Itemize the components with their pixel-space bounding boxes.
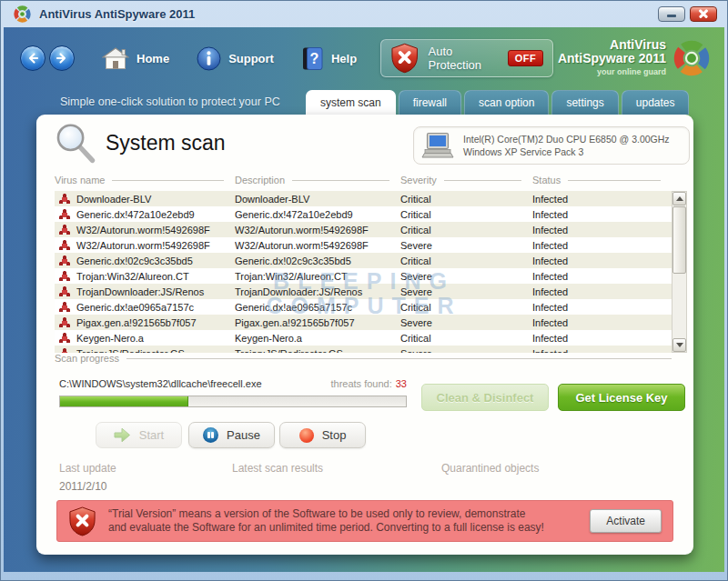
stop-icon <box>299 428 314 443</box>
scroll-up-button[interactable] <box>672 192 686 205</box>
cell-severity: Severe <box>400 286 532 297</box>
table-row[interactable]: W32/Autorun.worm!5492698F W32/Autorun.wo… <box>55 237 672 253</box>
cell-description: Generic.dx!ae0965a7157c <box>235 302 400 313</box>
virus-icon <box>59 194 70 205</box>
clean-disinfect-button[interactable]: Clean & Disinfect <box>421 384 549 411</box>
virus-table: Downloader-BLV Downloader-BLV Critical I… <box>55 191 687 353</box>
cell-description: Generic.dx!02c9c3c35bd5 <box>235 255 400 266</box>
scrollbar-thumb[interactable] <box>672 206 686 274</box>
table-row[interactable]: TrojanDownloader:JS/Renos TrojanDownload… <box>55 284 672 299</box>
table-row[interactable]: Generic.dx!472a10e2ebd9 Generic.dx!472a1… <box>55 206 672 222</box>
close-button[interactable] <box>690 6 717 22</box>
scrollbar[interactable] <box>672 191 687 353</box>
start-arrow-icon <box>114 427 131 443</box>
forward-button[interactable] <box>49 45 75 71</box>
current-file-path: C:\WINDOWS\system32\dllcache\freecell.ex… <box>59 378 262 389</box>
arrow-down-icon <box>676 343 683 347</box>
cell-severity: Critical <box>400 302 532 313</box>
shield-off-icon <box>390 43 419 74</box>
tab-label: settings <box>566 96 603 109</box>
table-row[interactable]: Downloader-BLV Downloader-BLV Critical I… <box>55 191 672 206</box>
threats-found: threats found:33 <box>330 378 407 389</box>
system-info-line1: Intel(R) Core(TM)2 Duo CPU E6850 @ 3.00G… <box>463 133 670 145</box>
latest-scan-results-label: Latest scan results <box>232 462 323 475</box>
home-icon <box>102 47 129 70</box>
auto-protection-state-badge[interactable]: OFF <box>508 50 544 66</box>
nav-bar: Home Support ? Hel <box>4 35 724 82</box>
tab[interactable]: scan option <box>464 90 549 115</box>
stop-button-label: Stop <box>322 428 347 442</box>
quarantined-objects-label: Quarantined objects <box>441 462 539 475</box>
svg-text:?: ? <box>310 51 319 66</box>
cell-virus-name: Pigax.gen.a!921565b7f057 <box>55 317 235 328</box>
pause-button[interactable]: Pause <box>188 422 275 448</box>
tab[interactable]: settings <box>551 90 618 115</box>
virus-icon <box>59 209 70 220</box>
cell-virus-name: Trojan:Win32/Alureon.CT <box>55 271 235 282</box>
virus-icon <box>59 240 70 251</box>
activate-button[interactable]: Activate <box>590 509 662 533</box>
back-button[interactable] <box>20 45 46 71</box>
last-update-value: 2011/2/10 <box>59 480 107 493</box>
stop-button[interactable]: Stop <box>279 422 366 448</box>
cell-virus-name: Generic.dx!472a10e2ebd9 <box>55 209 235 220</box>
table-row[interactable]: Pigax.gen.a!921565b7f057 Pigax.gen.a!921… <box>55 315 672 330</box>
table-row[interactable]: Trojan:JS/Redirector.GS Trojan:JS/Redire… <box>55 346 672 353</box>
forward-arrow-icon <box>56 52 68 65</box>
cell-severity: Critical <box>400 209 532 220</box>
nav-home[interactable]: Home <box>102 47 169 70</box>
virus-icon <box>59 271 70 282</box>
nav-support[interactable]: Support <box>197 46 274 71</box>
tab[interactable]: updates <box>622 90 690 115</box>
cell-severity: Critical <box>400 333 532 344</box>
app-window: AntiVirus AntiSpyware 2011 <box>0 0 728 581</box>
cell-severity: Severe <box>400 271 532 282</box>
cell-status: Infected <box>532 194 672 205</box>
cell-status: Infected <box>532 209 672 220</box>
minimize-button[interactable] <box>658 6 685 22</box>
help-book-icon: ? <box>301 46 324 71</box>
cell-status: Infected <box>532 333 672 344</box>
table-row[interactable]: Generic.dx!02c9c3c35bd5 Generic.dx!02c9c… <box>55 253 672 268</box>
start-button[interactable]: Start <box>96 422 182 448</box>
cell-status: Infected <box>532 317 672 328</box>
scan-progress-section: Scan progress <box>55 353 672 364</box>
virus-icon <box>59 286 70 297</box>
start-button-label: Start <box>139 428 164 442</box>
brand-block: AntiVirus AntiSpyware 2011 your online g… <box>558 38 712 79</box>
cell-description: Downloader-BLV <box>235 194 400 205</box>
cell-virus-name: Generic.dx!02c9c3c35bd5 <box>55 255 235 266</box>
table-row[interactable]: Generic.dx!ae0965a7157c Generic.dx!ae096… <box>55 299 672 315</box>
system-info-box: Intel(R) Core(TM)2 Duo CPU E6850 @ 3.00G… <box>413 126 690 165</box>
cell-description: TrojanDownloader:JS/Renos <box>235 286 400 297</box>
progress-bar <box>59 396 407 407</box>
table-row[interactable]: W32/Autorun.worm!5492698F W32/Autorun.wo… <box>55 222 672 237</box>
virus-icon <box>59 225 70 235</box>
cell-severity: Critical <box>400 225 532 235</box>
scan-progress-label: Scan progress <box>55 353 119 364</box>
brand-tagline: your online guard <box>558 65 666 79</box>
get-license-key-button[interactable]: Get License Key <box>558 384 685 411</box>
scroll-down-button[interactable] <box>672 338 686 352</box>
banner-line2: and evaluate the Software for an unlimit… <box>108 521 544 535</box>
progress-bar-fill <box>60 396 188 406</box>
tab[interactable]: firewall <box>399 90 461 115</box>
trial-version-banner: “Trial Version” means a version of the S… <box>56 500 673 542</box>
sub-header: Simple one-click solution to protect you… <box>4 87 724 115</box>
nav-help[interactable]: ? Help <box>301 46 357 71</box>
cell-status: Infected <box>532 286 672 297</box>
cell-status: Infected <box>532 302 672 313</box>
tab[interactable]: system scan <box>306 90 396 115</box>
virus-icon <box>59 255 70 266</box>
table-row[interactable]: Trojan:Win32/Alureon.CT Trojan:Win32/Alu… <box>55 268 672 284</box>
brand-line1: AntiVirus <box>558 38 666 52</box>
virus-table-body: Downloader-BLV Downloader-BLV Critical I… <box>55 191 672 353</box>
table-row[interactable]: Keygen-Nero.a Keygen-Nero.a Critical Inf… <box>55 330 672 346</box>
cell-status: Infected <box>532 255 672 266</box>
virus-icon <box>59 317 70 328</box>
cell-severity: Critical <box>400 255 532 266</box>
magnifier-icon <box>53 122 98 167</box>
auto-protection-panel[interactable]: Auto Protection OFF <box>380 39 553 77</box>
slogan: Simple one-click solution to protect you… <box>60 95 280 108</box>
nav-home-label: Home <box>136 52 169 65</box>
